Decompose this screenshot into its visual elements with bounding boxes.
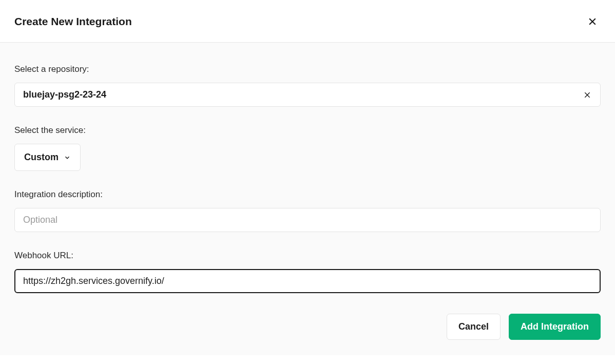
modal-body: Select a repository: bluejay-psg2-23-24 … [0,43,615,355]
repository-label: Select a repository: [14,64,601,74]
webhook-label: Webhook URL: [14,251,601,261]
close-icon [587,16,598,27]
repository-value: bluejay-psg2-23-24 [23,89,106,100]
service-group: Select the service: Custom [14,107,601,171]
webhook-input[interactable] [14,269,601,293]
webhook-group: Webhook URL: [14,232,601,293]
description-group: Integration description: [14,171,601,232]
close-icon [584,91,591,99]
description-input[interactable] [14,208,601,232]
modal-footer: Cancel Add Integration [14,293,601,340]
modal-header: Create New Integration [0,0,615,43]
repository-select[interactable]: bluejay-psg2-23-24 [14,83,601,107]
description-label: Integration description: [14,189,601,200]
service-select[interactable]: Custom [14,144,81,171]
service-label: Select the service: [14,125,601,136]
repository-group: Select a repository: bluejay-psg2-23-24 [14,43,601,107]
cancel-button[interactable]: Cancel [447,314,501,340]
close-button[interactable] [585,14,600,29]
clear-repository-button[interactable] [583,90,592,100]
chevron-down-icon [64,154,71,161]
modal-title: Create New Integration [14,15,132,28]
add-integration-button[interactable]: Add Integration [509,314,601,340]
service-value: Custom [24,152,59,163]
